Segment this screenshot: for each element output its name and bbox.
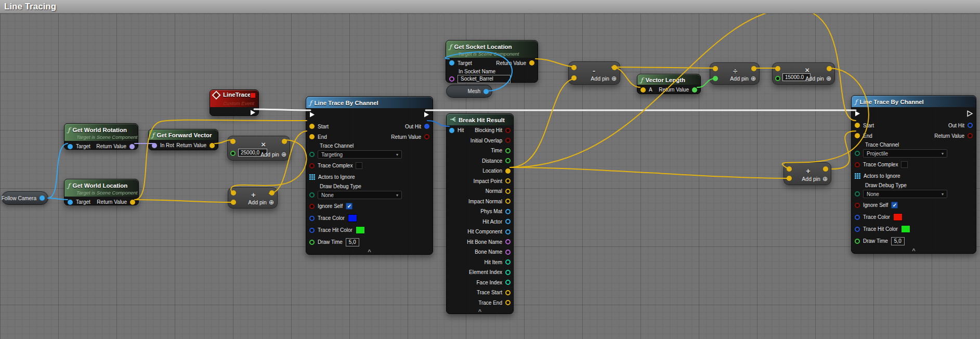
add-input-b-pin[interactable] bbox=[231, 200, 236, 205]
multiply-input-a-pin[interactable] bbox=[775, 66, 780, 71]
collapse-node-chevron[interactable]: ^ bbox=[368, 249, 371, 254]
mesh-output-pin[interactable] bbox=[484, 89, 489, 94]
draw-debug-dropdown[interactable]: None▾ bbox=[863, 190, 947, 198]
initial-overlap-pin[interactable] bbox=[505, 138, 511, 143]
impact-normal-pin[interactable] bbox=[505, 199, 511, 204]
node-header[interactable]: ƒLine Trace By Channel bbox=[306, 97, 433, 108]
trace-complex-pin[interactable] bbox=[309, 163, 315, 168]
trace-complex-pin[interactable] bbox=[855, 162, 860, 167]
socket-name-field[interactable]: Socket_Barrel bbox=[458, 75, 511, 83]
draw-time-field[interactable]: 5,0 bbox=[346, 238, 359, 246]
return-value-pin[interactable] bbox=[692, 87, 697, 93]
exec-in-pin[interactable] bbox=[854, 110, 861, 117]
in-rot-pin[interactable] bbox=[152, 143, 157, 148]
node-line-trace-by-channel-1[interactable]: ƒLine Trace By Channel Start Out Hit End… bbox=[306, 96, 433, 255]
divide-input-a-pin[interactable] bbox=[713, 66, 718, 71]
location-pin[interactable] bbox=[505, 168, 511, 174]
trace-color-pin[interactable] bbox=[855, 215, 860, 220]
follow-camera-output-pin[interactable] bbox=[40, 195, 45, 201]
out-hit-pin[interactable] bbox=[968, 123, 973, 128]
blocking-hit-pin[interactable] bbox=[505, 128, 511, 133]
trace-channel-dropdown[interactable]: Projectile▾ bbox=[863, 149, 947, 158]
return-value-pin[interactable] bbox=[130, 200, 135, 205]
collapse-node-chevron[interactable]: ^ bbox=[478, 309, 481, 314]
node-multiply-15000[interactable]: × 15000.0 Add pin⊕ bbox=[772, 62, 835, 85]
return-value-pin[interactable] bbox=[529, 60, 534, 66]
add-output-pin[interactable] bbox=[823, 166, 828, 172]
distance-pin[interactable] bbox=[505, 158, 511, 163]
divide-input-b-pin[interactable] bbox=[713, 76, 718, 81]
add-pin-button[interactable]: Add pin⊕ bbox=[802, 175, 828, 182]
a-pin[interactable] bbox=[641, 87, 646, 93]
node-header[interactable]: LineTrace Custom Event bbox=[210, 90, 258, 107]
add-input-a-pin[interactable] bbox=[787, 166, 792, 172]
variable-node-follow-camera[interactable]: Follow Camera bbox=[2, 191, 48, 205]
subtract-input-a-pin[interactable] bbox=[571, 65, 577, 70]
ignore-self-pin[interactable] bbox=[309, 204, 315, 209]
exec-out-pin[interactable] bbox=[423, 111, 430, 118]
draw-time-field[interactable]: 5,0 bbox=[891, 237, 905, 245]
time-pin[interactable] bbox=[505, 148, 511, 153]
trace-start-pin[interactable] bbox=[505, 290, 511, 295]
return-value-pin[interactable] bbox=[129, 144, 135, 149]
node-add-vectors-1[interactable]: + Add pin⊕ bbox=[228, 187, 278, 208]
trace-hit-color-pin[interactable] bbox=[855, 227, 860, 232]
socket-name-pin[interactable] bbox=[449, 76, 454, 82]
add-pin-button[interactable]: Add pin⊕ bbox=[248, 199, 274, 206]
start-pin[interactable] bbox=[855, 123, 860, 128]
array-pin-icon[interactable] bbox=[309, 174, 315, 180]
phys-mat-pin[interactable] bbox=[505, 209, 511, 214]
normal-pin[interactable] bbox=[505, 189, 511, 194]
hit-component-pin[interactable] bbox=[505, 229, 511, 234]
draw-time-pin[interactable] bbox=[855, 239, 860, 244]
subtract-input-b-pin[interactable] bbox=[571, 75, 577, 81]
node-get-socket-location[interactable]: ƒGet Socket Location Target is Scene Com… bbox=[446, 40, 538, 83]
exec-in-pin[interactable] bbox=[309, 111, 316, 118]
node-multiply-25000[interactable]: × 25000,0 Add pin⊕ bbox=[227, 136, 290, 161]
node-get-forward-vector[interactable]: ƒGet Forward Vector In Rot Return Value bbox=[148, 129, 218, 150]
face-index-pin[interactable] bbox=[505, 280, 511, 285]
add-pin-button[interactable]: Add pin⊕ bbox=[260, 151, 286, 158]
multiply-input-b-pin[interactable] bbox=[775, 76, 780, 81]
return-value-pin[interactable] bbox=[210, 143, 215, 148]
trace-complex-checkbox[interactable] bbox=[356, 162, 362, 169]
draw-debug-dropdown[interactable]: None▾ bbox=[318, 191, 402, 199]
add-input-a-pin[interactable] bbox=[231, 190, 236, 195]
hit-item-pin[interactable] bbox=[505, 259, 511, 265]
element-index-pin[interactable] bbox=[505, 270, 511, 275]
divide-output-pin[interactable] bbox=[751, 66, 756, 71]
draw-debug-pin[interactable] bbox=[855, 191, 860, 197]
multiply-input-b-pin[interactable] bbox=[230, 151, 236, 156]
hit-actor-pin[interactable] bbox=[505, 219, 511, 224]
ignore-self-checkbox[interactable]: ✓ bbox=[346, 203, 352, 210]
add-pin-button[interactable]: Add pin⊕ bbox=[591, 75, 617, 82]
trace-hit-color-swatch[interactable] bbox=[356, 226, 365, 234]
variable-node-mesh[interactable]: Mesh bbox=[446, 85, 492, 98]
node-divide-vector[interactable]: ÷ Add pin⊕ bbox=[710, 62, 760, 85]
node-break-hit-result[interactable]: Break Hit Result Hit Blocking Hit Initia… bbox=[446, 113, 514, 314]
multiply-output-pin[interactable] bbox=[282, 139, 287, 144]
trace-channel-dropdown[interactable]: Targeting▾ bbox=[318, 150, 402, 159]
trace-channel-pin[interactable] bbox=[855, 151, 860, 156]
bone-name-pin[interactable] bbox=[505, 250, 511, 255]
exec-out-pin[interactable] bbox=[966, 110, 973, 117]
trace-color-swatch[interactable] bbox=[893, 213, 903, 221]
subtract-output-pin[interactable] bbox=[612, 65, 617, 70]
return-value-pin[interactable] bbox=[968, 133, 973, 138]
add-output-pin[interactable] bbox=[269, 190, 275, 195]
node-linetrace-event[interactable]: LineTrace Custom Event bbox=[210, 89, 259, 116]
start-pin[interactable] bbox=[309, 124, 315, 129]
node-header[interactable]: Break Hit Result bbox=[447, 114, 513, 125]
array-pin-icon[interactable] bbox=[855, 173, 860, 179]
impact-point-pin[interactable] bbox=[505, 178, 511, 184]
target-pin[interactable] bbox=[449, 60, 454, 66]
hit-bone-name-pin[interactable] bbox=[505, 239, 511, 244]
draw-debug-pin[interactable] bbox=[309, 192, 315, 198]
node-get-world-rotation[interactable]: ƒGet World Rotation Target is Scene Comp… bbox=[64, 123, 138, 150]
target-pin[interactable] bbox=[68, 200, 73, 205]
target-pin[interactable] bbox=[68, 144, 73, 149]
trace-end-pin[interactable] bbox=[505, 300, 511, 305]
trace-hit-color-swatch[interactable] bbox=[901, 225, 910, 233]
out-hit-pin[interactable] bbox=[424, 124, 429, 129]
end-pin[interactable] bbox=[855, 133, 860, 138]
